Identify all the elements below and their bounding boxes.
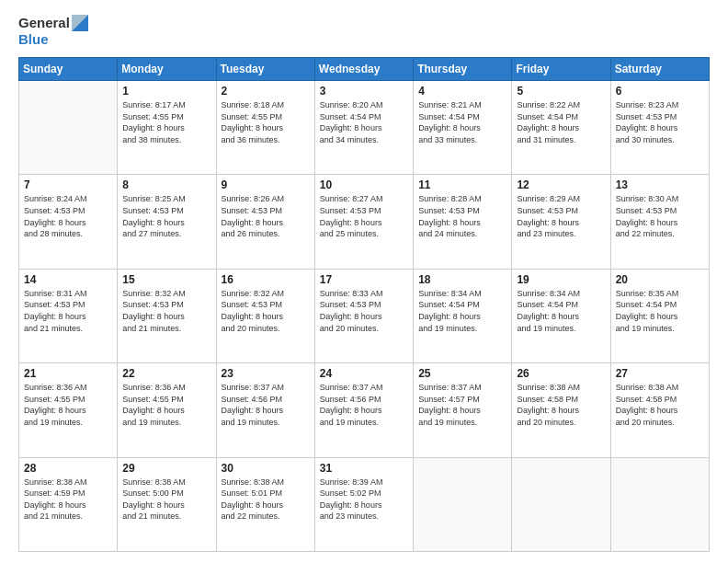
day-info: Sunrise: 8:37 AM Sunset: 4:57 PM Dayligh… (418, 382, 506, 428)
calendar-week-2: 7Sunrise: 8:24 AM Sunset: 4:53 PM Daylig… (19, 175, 710, 269)
col-header-thursday: Thursday (414, 58, 512, 81)
day-number: 15 (122, 273, 210, 286)
day-info: Sunrise: 8:29 AM Sunset: 4:53 PM Dayligh… (517, 193, 605, 239)
calendar-cell: 6Sunrise: 8:23 AM Sunset: 4:53 PM Daylig… (610, 81, 709, 175)
day-number: 22 (122, 367, 210, 380)
day-info: Sunrise: 8:36 AM Sunset: 4:55 PM Dayligh… (122, 382, 210, 428)
day-number: 26 (517, 367, 605, 380)
logo-blue-text: Blue (18, 31, 49, 48)
col-header-tuesday: Tuesday (216, 58, 314, 81)
day-number: 19 (517, 273, 605, 286)
day-info: Sunrise: 8:33 AM Sunset: 4:53 PM Dayligh… (320, 288, 408, 334)
day-number: 1 (122, 85, 210, 98)
calendar-week-4: 21Sunrise: 8:36 AM Sunset: 4:55 PM Dayli… (19, 363, 710, 457)
calendar-cell: 8Sunrise: 8:25 AM Sunset: 4:53 PM Daylig… (118, 175, 216, 269)
day-number: 3 (320, 85, 408, 98)
day-info: Sunrise: 8:24 AM Sunset: 4:53 PM Dayligh… (24, 193, 112, 239)
calendar-cell (19, 81, 118, 175)
day-info: Sunrise: 8:23 AM Sunset: 4:53 PM Dayligh… (616, 99, 704, 145)
day-number: 6 (616, 85, 704, 98)
calendar-cell (414, 457, 512, 551)
calendar-cell: 12Sunrise: 8:29 AM Sunset: 4:53 PM Dayli… (512, 175, 610, 269)
calendar-cell: 3Sunrise: 8:20 AM Sunset: 4:54 PM Daylig… (314, 81, 413, 175)
col-header-sunday: Sunday (19, 58, 118, 81)
day-info: Sunrise: 8:38 AM Sunset: 4:59 PM Dayligh… (24, 477, 112, 523)
day-info: Sunrise: 8:32 AM Sunset: 4:53 PM Dayligh… (222, 288, 310, 334)
day-info: Sunrise: 8:18 AM Sunset: 4:55 PM Dayligh… (222, 99, 310, 145)
calendar-cell: 5Sunrise: 8:22 AM Sunset: 4:54 PM Daylig… (512, 81, 610, 175)
col-header-monday: Monday (118, 58, 216, 81)
calendar-cell: 24Sunrise: 8:37 AM Sunset: 4:56 PM Dayli… (314, 363, 413, 457)
day-info: Sunrise: 8:35 AM Sunset: 4:54 PM Dayligh… (616, 288, 704, 334)
day-number: 11 (418, 178, 506, 191)
day-info: Sunrise: 8:25 AM Sunset: 4:53 PM Dayligh… (122, 193, 210, 239)
day-number: 23 (222, 367, 310, 380)
day-number: 8 (122, 178, 210, 191)
logo: General Blue (18, 15, 88, 48)
day-number: 29 (122, 462, 210, 475)
calendar-cell: 22Sunrise: 8:36 AM Sunset: 4:55 PM Dayli… (118, 363, 216, 457)
day-number: 12 (517, 178, 605, 191)
day-number: 27 (616, 367, 704, 380)
day-number: 31 (320, 462, 408, 475)
col-header-saturday: Saturday (610, 58, 709, 81)
calendar-cell: 19Sunrise: 8:34 AM Sunset: 4:54 PM Dayli… (512, 269, 610, 362)
calendar-cell (512, 457, 610, 551)
day-number: 24 (320, 367, 408, 380)
day-info: Sunrise: 8:37 AM Sunset: 4:56 PM Dayligh… (222, 382, 310, 428)
logo-triangle-icon (72, 15, 88, 31)
day-number: 28 (24, 462, 112, 475)
calendar-cell: 10Sunrise: 8:27 AM Sunset: 4:53 PM Dayli… (314, 175, 413, 269)
calendar-week-3: 14Sunrise: 8:31 AM Sunset: 4:53 PM Dayli… (19, 269, 710, 362)
calendar-cell: 23Sunrise: 8:37 AM Sunset: 4:56 PM Dayli… (216, 363, 314, 457)
calendar-cell (610, 457, 709, 551)
day-number: 2 (222, 85, 310, 98)
header: General Blue (18, 15, 710, 48)
page: General Blue SundayMondayTuesdayWednesda… (0, 0, 728, 563)
day-info: Sunrise: 8:20 AM Sunset: 4:54 PM Dayligh… (320, 99, 408, 145)
calendar-week-5: 28Sunrise: 8:38 AM Sunset: 4:59 PM Dayli… (19, 457, 710, 551)
calendar-cell: 30Sunrise: 8:38 AM Sunset: 5:01 PM Dayli… (216, 457, 314, 551)
day-info: Sunrise: 8:21 AM Sunset: 4:54 PM Dayligh… (418, 99, 506, 145)
calendar-cell: 15Sunrise: 8:32 AM Sunset: 4:53 PM Dayli… (118, 269, 216, 362)
day-info: Sunrise: 8:26 AM Sunset: 4:53 PM Dayligh… (222, 193, 310, 239)
day-info: Sunrise: 8:34 AM Sunset: 4:54 PM Dayligh… (418, 288, 506, 334)
col-header-wednesday: Wednesday (314, 58, 413, 81)
calendar-cell: 4Sunrise: 8:21 AM Sunset: 4:54 PM Daylig… (414, 81, 512, 175)
day-info: Sunrise: 8:37 AM Sunset: 4:56 PM Dayligh… (320, 382, 408, 428)
day-number: 30 (222, 462, 310, 475)
day-info: Sunrise: 8:38 AM Sunset: 4:58 PM Dayligh… (517, 382, 605, 428)
day-info: Sunrise: 8:22 AM Sunset: 4:54 PM Dayligh… (517, 99, 605, 145)
day-number: 9 (222, 178, 310, 191)
calendar-cell: 18Sunrise: 8:34 AM Sunset: 4:54 PM Dayli… (414, 269, 512, 362)
day-number: 17 (320, 273, 408, 286)
day-number: 18 (418, 273, 506, 286)
calendar-cell: 14Sunrise: 8:31 AM Sunset: 4:53 PM Dayli… (19, 269, 118, 362)
calendar-cell: 17Sunrise: 8:33 AM Sunset: 4:53 PM Dayli… (314, 269, 413, 362)
calendar-cell: 20Sunrise: 8:35 AM Sunset: 4:54 PM Dayli… (610, 269, 709, 362)
calendar-cell: 21Sunrise: 8:36 AM Sunset: 4:55 PM Dayli… (19, 363, 118, 457)
day-number: 4 (418, 85, 506, 98)
day-info: Sunrise: 8:34 AM Sunset: 4:54 PM Dayligh… (517, 288, 605, 334)
calendar-cell: 31Sunrise: 8:39 AM Sunset: 5:02 PM Dayli… (314, 457, 413, 551)
calendar-cell: 29Sunrise: 8:38 AM Sunset: 5:00 PM Dayli… (118, 457, 216, 551)
day-info: Sunrise: 8:39 AM Sunset: 5:02 PM Dayligh… (320, 477, 408, 523)
calendar-week-1: 1Sunrise: 8:17 AM Sunset: 4:55 PM Daylig… (19, 81, 710, 175)
day-info: Sunrise: 8:38 AM Sunset: 5:01 PM Dayligh… (222, 477, 310, 523)
col-header-friday: Friday (512, 58, 610, 81)
day-info: Sunrise: 8:38 AM Sunset: 5:00 PM Dayligh… (122, 477, 210, 523)
day-info: Sunrise: 8:17 AM Sunset: 4:55 PM Dayligh… (122, 99, 210, 145)
calendar-table: SundayMondayTuesdayWednesdayThursdayFrid… (18, 57, 710, 552)
day-info: Sunrise: 8:36 AM Sunset: 4:55 PM Dayligh… (24, 382, 112, 428)
day-number: 5 (517, 85, 605, 98)
calendar-cell: 25Sunrise: 8:37 AM Sunset: 4:57 PM Dayli… (414, 363, 512, 457)
day-number: 14 (24, 273, 112, 286)
calendar-cell: 1Sunrise: 8:17 AM Sunset: 4:55 PM Daylig… (118, 81, 216, 175)
calendar-cell: 28Sunrise: 8:38 AM Sunset: 4:59 PM Dayli… (19, 457, 118, 551)
logo-text: General Blue (18, 15, 88, 48)
day-info: Sunrise: 8:28 AM Sunset: 4:53 PM Dayligh… (418, 193, 506, 239)
calendar-cell: 16Sunrise: 8:32 AM Sunset: 4:53 PM Dayli… (216, 269, 314, 362)
day-info: Sunrise: 8:38 AM Sunset: 4:58 PM Dayligh… (616, 382, 704, 428)
day-number: 13 (616, 178, 704, 191)
day-info: Sunrise: 8:31 AM Sunset: 4:53 PM Dayligh… (24, 288, 112, 334)
